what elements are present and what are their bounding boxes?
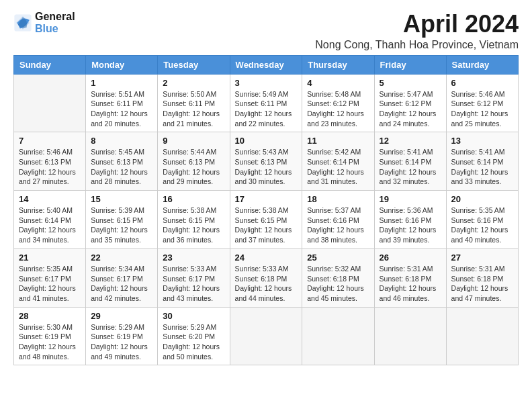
calendar-week-3: 21Sunrise: 5:35 AM Sunset: 6:17 PM Dayli… <box>14 248 519 307</box>
calendar-cell: 11Sunrise: 5:42 AM Sunset: 6:14 PM Dayli… <box>302 132 374 191</box>
calendar-cell: 26Sunrise: 5:31 AM Sunset: 6:18 PM Dayli… <box>374 248 446 307</box>
col-header-saturday: Saturday <box>446 55 518 74</box>
day-info: Sunrise: 5:39 AM Sunset: 6:15 PM Dayligh… <box>91 205 152 245</box>
logo: General Blue <box>13 11 75 35</box>
day-info: Sunrise: 5:50 AM Sunset: 6:11 PM Dayligh… <box>163 89 224 129</box>
col-header-tuesday: Tuesday <box>158 55 230 74</box>
day-info: Sunrise: 5:45 AM Sunset: 6:13 PM Dayligh… <box>91 147 152 187</box>
day-info: Sunrise: 5:36 AM Sunset: 6:16 PM Dayligh… <box>380 205 441 245</box>
day-number: 19 <box>380 194 441 204</box>
day-number: 23 <box>163 253 224 263</box>
calendar-cell: 3Sunrise: 5:49 AM Sunset: 6:11 PM Daylig… <box>230 74 302 132</box>
calendar-week-2: 14Sunrise: 5:40 AM Sunset: 6:14 PM Dayli… <box>14 191 519 249</box>
day-number: 22 <box>91 253 152 263</box>
day-number: 11 <box>307 136 369 146</box>
col-header-sunday: Sunday <box>14 55 86 74</box>
day-number: 16 <box>163 194 224 204</box>
day-info: Sunrise: 5:51 AM Sunset: 6:11 PM Dayligh… <box>91 89 152 129</box>
calendar-cell: 20Sunrise: 5:35 AM Sunset: 6:16 PM Dayli… <box>446 191 518 249</box>
day-number: 17 <box>235 194 298 204</box>
day-info: Sunrise: 5:40 AM Sunset: 6:14 PM Dayligh… <box>19 205 81 245</box>
calendar-cell: 6Sunrise: 5:46 AM Sunset: 6:12 PM Daylig… <box>446 74 518 132</box>
day-number: 30 <box>163 311 224 321</box>
calendar-cell: 28Sunrise: 5:30 AM Sunset: 6:19 PM Dayli… <box>14 307 86 365</box>
calendar-cell: 18Sunrise: 5:37 AM Sunset: 6:16 PM Dayli… <box>302 191 374 249</box>
calendar-cell: 17Sunrise: 5:38 AM Sunset: 6:15 PM Dayli… <box>230 191 302 249</box>
calendar-week-1: 7Sunrise: 5:46 AM Sunset: 6:13 PM Daylig… <box>14 132 519 191</box>
day-number: 26 <box>380 253 441 263</box>
day-number: 24 <box>235 253 298 263</box>
calendar-cell: 7Sunrise: 5:46 AM Sunset: 6:13 PM Daylig… <box>14 132 86 191</box>
col-header-friday: Friday <box>374 55 446 74</box>
day-number: 3 <box>235 78 298 88</box>
day-number: 15 <box>91 194 152 204</box>
logo-text: General Blue <box>35 11 75 35</box>
day-info: Sunrise: 5:47 AM Sunset: 6:12 PM Dayligh… <box>380 89 441 129</box>
calendar-header-row: SundayMondayTuesdayWednesdayThursdayFrid… <box>14 55 519 74</box>
calendar-cell: 22Sunrise: 5:34 AM Sunset: 6:17 PM Dayli… <box>86 248 158 307</box>
calendar-cell: 14Sunrise: 5:40 AM Sunset: 6:14 PM Dayli… <box>14 191 86 249</box>
calendar-week-4: 28Sunrise: 5:30 AM Sunset: 6:19 PM Dayli… <box>14 307 519 365</box>
calendar-cell: 16Sunrise: 5:38 AM Sunset: 6:15 PM Dayli… <box>158 191 230 249</box>
col-header-wednesday: Wednesday <box>230 55 302 74</box>
calendar-cell: 8Sunrise: 5:45 AM Sunset: 6:13 PM Daylig… <box>86 132 158 191</box>
day-info: Sunrise: 5:37 AM Sunset: 6:16 PM Dayligh… <box>307 205 369 245</box>
day-number: 12 <box>380 136 441 146</box>
calendar-cell: 27Sunrise: 5:31 AM Sunset: 6:18 PM Dayli… <box>446 248 518 307</box>
calendar-cell <box>14 74 86 132</box>
day-info: Sunrise: 5:30 AM Sunset: 6:19 PM Dayligh… <box>19 322 81 362</box>
calendar-cell: 4Sunrise: 5:48 AM Sunset: 6:12 PM Daylig… <box>302 74 374 132</box>
day-number: 1 <box>91 78 152 88</box>
day-info: Sunrise: 5:48 AM Sunset: 6:12 PM Dayligh… <box>307 89 369 129</box>
calendar-table: SundayMondayTuesdayWednesdayThursdayFrid… <box>13 55 519 366</box>
calendar-week-0: 1Sunrise: 5:51 AM Sunset: 6:11 PM Daylig… <box>14 74 519 132</box>
day-info: Sunrise: 5:33 AM Sunset: 6:18 PM Dayligh… <box>235 264 298 304</box>
calendar-cell <box>230 307 302 365</box>
day-number: 4 <box>307 78 369 88</box>
day-info: Sunrise: 5:34 AM Sunset: 6:17 PM Dayligh… <box>91 264 152 304</box>
day-info: Sunrise: 5:43 AM Sunset: 6:13 PM Dayligh… <box>235 147 298 187</box>
day-number: 2 <box>163 78 224 88</box>
day-info: Sunrise: 5:31 AM Sunset: 6:18 PM Dayligh… <box>380 264 441 304</box>
day-info: Sunrise: 5:42 AM Sunset: 6:14 PM Dayligh… <box>307 147 369 187</box>
day-number: 10 <box>235 136 298 146</box>
day-number: 21 <box>19 253 81 263</box>
day-number: 14 <box>19 194 81 204</box>
calendar-cell: 12Sunrise: 5:41 AM Sunset: 6:14 PM Dayli… <box>374 132 446 191</box>
day-info: Sunrise: 5:29 AM Sunset: 6:19 PM Dayligh… <box>91 322 152 362</box>
calendar-cell <box>374 307 446 365</box>
logo-icon <box>13 13 32 32</box>
day-number: 13 <box>451 136 513 146</box>
header: General Blue April 2024 Nong Cong, Thanh… <box>13 11 519 51</box>
calendar-cell: 23Sunrise: 5:33 AM Sunset: 6:17 PM Dayli… <box>158 248 230 307</box>
day-number: 5 <box>380 78 441 88</box>
day-info: Sunrise: 5:41 AM Sunset: 6:14 PM Dayligh… <box>380 147 441 187</box>
calendar-cell: 30Sunrise: 5:29 AM Sunset: 6:20 PM Dayli… <box>158 307 230 365</box>
day-number: 6 <box>451 78 513 88</box>
calendar-cell: 15Sunrise: 5:39 AM Sunset: 6:15 PM Dayli… <box>86 191 158 249</box>
day-info: Sunrise: 5:44 AM Sunset: 6:13 PM Dayligh… <box>163 147 224 187</box>
calendar-cell: 25Sunrise: 5:32 AM Sunset: 6:18 PM Dayli… <box>302 248 374 307</box>
calendar-cell: 9Sunrise: 5:44 AM Sunset: 6:13 PM Daylig… <box>158 132 230 191</box>
day-number: 28 <box>19 311 81 321</box>
day-number: 20 <box>451 194 513 204</box>
day-info: Sunrise: 5:31 AM Sunset: 6:18 PM Dayligh… <box>451 264 513 304</box>
col-header-monday: Monday <box>86 55 158 74</box>
day-info: Sunrise: 5:35 AM Sunset: 6:16 PM Dayligh… <box>451 205 513 245</box>
calendar-cell: 19Sunrise: 5:36 AM Sunset: 6:16 PM Dayli… <box>374 191 446 249</box>
day-number: 18 <box>307 194 369 204</box>
day-info: Sunrise: 5:33 AM Sunset: 6:17 PM Dayligh… <box>163 264 224 304</box>
location-subtitle: Nong Cong, Thanh Hoa Province, Vietnam <box>315 39 519 51</box>
calendar-cell: 5Sunrise: 5:47 AM Sunset: 6:12 PM Daylig… <box>374 74 446 132</box>
day-number: 8 <box>91 136 152 146</box>
day-number: 9 <box>163 136 224 146</box>
day-number: 29 <box>91 311 152 321</box>
calendar-cell: 1Sunrise: 5:51 AM Sunset: 6:11 PM Daylig… <box>86 74 158 132</box>
calendar-cell: 2Sunrise: 5:50 AM Sunset: 6:11 PM Daylig… <box>158 74 230 132</box>
calendar-cell: 13Sunrise: 5:41 AM Sunset: 6:14 PM Dayli… <box>446 132 518 191</box>
calendar-cell: 29Sunrise: 5:29 AM Sunset: 6:19 PM Dayli… <box>86 307 158 365</box>
day-info: Sunrise: 5:29 AM Sunset: 6:20 PM Dayligh… <box>163 322 224 362</box>
day-info: Sunrise: 5:46 AM Sunset: 6:12 PM Dayligh… <box>451 89 513 129</box>
day-info: Sunrise: 5:35 AM Sunset: 6:17 PM Dayligh… <box>19 264 81 304</box>
title-block: April 2024 Nong Cong, Thanh Hoa Province… <box>315 11 519 51</box>
